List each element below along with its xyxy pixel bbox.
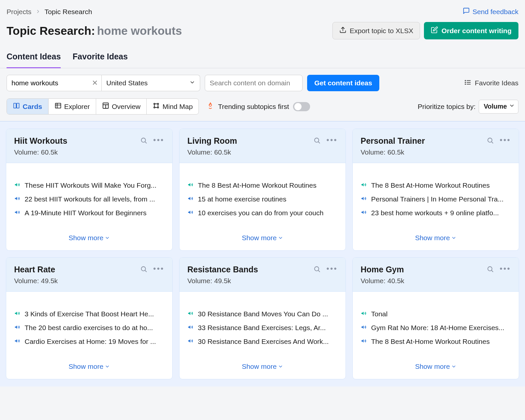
feedback-label: Send feedback bbox=[472, 8, 518, 16]
get-content-ideas-button[interactable]: Get content ideas bbox=[307, 75, 379, 91]
megaphone-icon bbox=[361, 310, 367, 317]
chevron-down-icon bbox=[105, 235, 110, 241]
view-explorer-label: Explorer bbox=[64, 103, 90, 111]
card-volume: Volume: 60.5k bbox=[361, 148, 487, 156]
show-more-link[interactable]: Show more bbox=[69, 234, 110, 242]
article-item[interactable]: The 8 Best At-Home Workout Routines bbox=[361, 181, 511, 189]
view-cards[interactable]: Cards bbox=[7, 99, 49, 114]
tab-favorite-ideas[interactable]: Favorite Ideas bbox=[73, 47, 128, 68]
article-item[interactable]: Gym Rat No More: 18 At-Home Exercises... bbox=[361, 324, 511, 332]
article-item[interactable]: The 8 Best At-Home Workout Routines bbox=[361, 338, 511, 346]
card-volume: Volume: 49.5k bbox=[14, 277, 140, 285]
view-overview[interactable]: Overview bbox=[96, 99, 147, 114]
article-item[interactable]: The 8 Best At-Home Workout Routines bbox=[187, 181, 338, 189]
article-title: 33 Resistance Band Exercises: Legs, Ar..… bbox=[198, 324, 326, 332]
show-more-link[interactable]: Show more bbox=[415, 234, 456, 242]
topic-input-wrap: ✕ bbox=[7, 75, 102, 91]
search-icon[interactable] bbox=[140, 137, 147, 145]
more-icon[interactable]: ••• bbox=[153, 138, 164, 144]
article-item[interactable]: 10 exercises you can do from your couch bbox=[187, 209, 338, 217]
more-icon[interactable]: ••• bbox=[500, 138, 511, 144]
card-body: The 8 Best At-Home Workout Routines 15 a… bbox=[179, 163, 346, 228]
chevron-down-icon bbox=[105, 364, 110, 369]
article-item[interactable]: 3 Kinds of Exercise That Boost Heart He.… bbox=[14, 310, 164, 318]
view-explorer[interactable]: Explorer bbox=[49, 99, 96, 114]
search-icon[interactable] bbox=[487, 265, 494, 274]
send-feedback-link[interactable]: Send feedback bbox=[463, 7, 518, 16]
article-item[interactable]: 22 best HIIT workouts for all levels, fr… bbox=[14, 195, 164, 203]
show-more-link[interactable]: Show more bbox=[415, 363, 456, 370]
show-more-link[interactable]: Show more bbox=[242, 363, 283, 370]
view-mindmap[interactable]: Mind Map bbox=[147, 99, 199, 114]
article-item[interactable]: 30 Resistance Band Exercises And Work... bbox=[187, 338, 338, 346]
card-body: These HIIT Workouts Will Make You Forg..… bbox=[6, 163, 172, 228]
card-header: Resistance Bands Volume: 49.5k ••• bbox=[179, 258, 346, 292]
search-icon[interactable] bbox=[313, 137, 321, 145]
show-more-link[interactable]: Show more bbox=[69, 363, 110, 370]
megaphone-icon bbox=[187, 181, 194, 188]
card-volume: Volume: 40.5k bbox=[361, 277, 487, 285]
chevron-down-icon bbox=[451, 235, 456, 241]
country-select[interactable]: United States bbox=[102, 75, 200, 91]
mindmap-icon bbox=[153, 102, 160, 111]
card-title: Home Gym bbox=[361, 265, 487, 274]
topic-card: Living Room Volume: 60.5k ••• The 8 Best… bbox=[179, 129, 346, 251]
article-item[interactable]: A 19-Minute HIIT Workout for Beginners bbox=[14, 209, 164, 217]
megaphone-icon bbox=[361, 195, 367, 202]
card-header: Home Gym Volume: 40.5k ••• bbox=[353, 258, 519, 292]
megaphone-icon bbox=[14, 181, 21, 188]
article-item[interactable]: 23 best home workouts + 9 online platfo.… bbox=[361, 209, 511, 217]
megaphone-icon bbox=[361, 209, 367, 216]
layout-icon bbox=[102, 102, 109, 111]
trending-toggle-group: Trending subtopics first bbox=[207, 102, 310, 111]
card-volume: Volume: 60.5k bbox=[14, 148, 140, 156]
card-body: 30 Resistance Band Moves You Can Do ... … bbox=[179, 292, 346, 357]
cards-icon bbox=[13, 102, 20, 111]
upload-icon bbox=[339, 26, 346, 35]
card-footer: Show more bbox=[6, 357, 172, 379]
domain-search-input[interactable] bbox=[205, 75, 303, 91]
article-title: Gym Rat No More: 18 At-Home Exercises... bbox=[371, 324, 504, 332]
favorite-ideas-link[interactable]: Favorite Ideas bbox=[464, 79, 518, 88]
view-mindmap-label: Mind Map bbox=[162, 103, 193, 111]
article-title: The 8 Best At-Home Workout Routines bbox=[371, 181, 490, 189]
topic-input[interactable] bbox=[7, 75, 102, 91]
tab-content-ideas[interactable]: Content Ideas bbox=[7, 47, 61, 68]
card-footer: Show more bbox=[353, 228, 519, 250]
card-header: Living Room Volume: 60.5k ••• bbox=[179, 129, 346, 163]
trending-toggle[interactable] bbox=[293, 102, 310, 111]
more-icon[interactable]: ••• bbox=[153, 266, 164, 273]
more-icon[interactable]: ••• bbox=[326, 138, 338, 144]
article-item[interactable]: 15 at home exercise routines bbox=[187, 195, 338, 203]
clear-topic-icon[interactable]: ✕ bbox=[92, 79, 98, 87]
article-item[interactable]: The 20 best cardio exercises to do at ho… bbox=[14, 324, 164, 332]
search-icon[interactable] bbox=[487, 137, 494, 145]
megaphone-icon bbox=[187, 195, 194, 202]
article-item[interactable]: 33 Resistance Band Exercises: Legs, Ar..… bbox=[187, 324, 338, 332]
article-title: Cardio Exercises at Home: 19 Moves for .… bbox=[25, 338, 156, 346]
article-item[interactable]: 30 Resistance Band Moves You Can Do ... bbox=[187, 310, 338, 318]
article-item[interactable]: Cardio Exercises at Home: 19 Moves for .… bbox=[14, 338, 164, 346]
show-more-link[interactable]: Show more bbox=[242, 234, 283, 242]
order-content-button[interactable]: Order content writing bbox=[424, 22, 518, 39]
topic-card: Personal Trainer Volume: 60.5k ••• The 8… bbox=[352, 129, 519, 251]
article-item[interactable]: These HIIT Workouts Will Make You Forg..… bbox=[14, 181, 164, 189]
edit-icon bbox=[431, 26, 438, 35]
article-item[interactable]: Tonal bbox=[361, 310, 511, 318]
search-icon[interactable] bbox=[140, 265, 147, 274]
card-header: Personal Trainer Volume: 60.5k ••• bbox=[353, 129, 519, 163]
search-icon[interactable] bbox=[313, 265, 321, 274]
prioritize-select[interactable]: Volume bbox=[479, 100, 518, 114]
export-xlsx-button[interactable]: Export topic to XLSX bbox=[332, 22, 420, 39]
megaphone-icon bbox=[187, 209, 194, 216]
more-icon[interactable]: ••• bbox=[326, 266, 338, 273]
card-title: Heart Rate bbox=[14, 265, 140, 274]
card-volume: Volume: 60.5k bbox=[187, 148, 313, 156]
more-icon[interactable]: ••• bbox=[500, 266, 511, 273]
article-title: 10 exercises you can do from your couch bbox=[198, 209, 324, 217]
fire-icon bbox=[207, 102, 214, 111]
article-title: Personal Trainers | In Home Personal Tra… bbox=[371, 195, 503, 203]
order-label: Order content writing bbox=[441, 27, 512, 35]
article-item[interactable]: Personal Trainers | In Home Personal Tra… bbox=[361, 195, 511, 203]
breadcrumb-root[interactable]: Projects bbox=[7, 8, 32, 16]
